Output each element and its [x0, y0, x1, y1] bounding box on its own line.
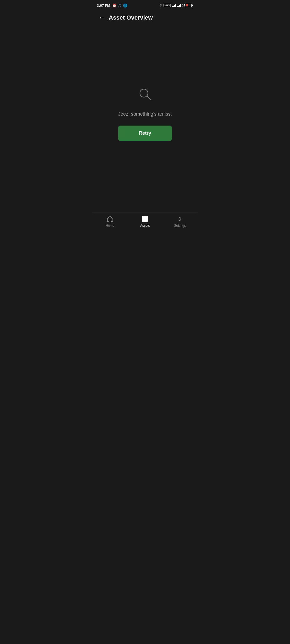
nav-item-home[interactable]: Home	[93, 215, 128, 228]
assets-icon	[141, 215, 149, 223]
error-message: Jeez, something's amiss.	[118, 111, 172, 117]
signal-bars-2	[177, 4, 181, 7]
back-arrow-icon: ←	[99, 14, 105, 21]
nav-item-assets[interactable]: Assets	[128, 215, 162, 228]
globe-icon: 🌐	[123, 3, 127, 8]
vpn-badge: VPN	[164, 4, 171, 7]
svg-rect-5	[146, 217, 147, 221]
svg-point-7	[180, 217, 180, 218]
spotify-icon: 🎵	[118, 3, 122, 8]
status-icons: ⏰ 🎵 🌐	[112, 3, 127, 8]
status-bar: 3:07 PM ⏰ 🎵 🌐 VPN	[93, 0, 197, 10]
svg-point-6	[179, 218, 181, 220]
header: ← Asset Overview	[93, 10, 197, 26]
nav-label-settings: Settings	[174, 224, 186, 228]
status-time: 3:07 PM	[97, 3, 110, 8]
status-right-icons: VPN 14	[159, 3, 193, 7]
page-title: Asset Overview	[109, 14, 153, 21]
magnify-icon	[137, 87, 153, 103]
retry-button[interactable]: Retry	[118, 126, 172, 141]
alarm-icon: ⏰	[112, 3, 117, 8]
nav-label-home: Home	[106, 224, 114, 228]
svg-point-8	[180, 220, 180, 221]
settings-icon	[176, 215, 184, 223]
battery-body	[186, 4, 192, 7]
svg-rect-4	[145, 218, 146, 221]
bluetooth-icon	[159, 3, 162, 7]
battery-indicator: 14	[182, 4, 193, 7]
svg-rect-3	[143, 219, 144, 221]
back-button[interactable]: ←	[97, 13, 107, 23]
svg-line-1	[147, 96, 150, 100]
signal-bars-1	[172, 4, 176, 7]
main-content: Jeez, something's amiss. Retry	[93, 26, 197, 213]
error-icon-container	[137, 87, 153, 104]
nav-label-assets: Assets	[140, 224, 150, 228]
battery-fill	[186, 4, 188, 6]
bottom-nav: Home Assets Settings	[93, 213, 197, 232]
nav-item-settings[interactable]: Settings	[162, 215, 197, 228]
home-icon	[106, 215, 114, 223]
battery-tip	[192, 5, 193, 6]
status-time-section: 3:07 PM ⏰ 🎵 🌐	[97, 3, 127, 8]
